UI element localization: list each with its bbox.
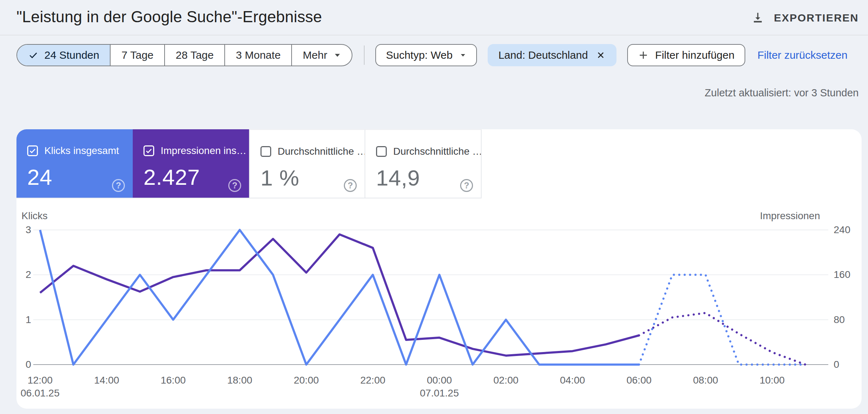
- performance-card: Klicks insgesamt 24 ? Impressionen ins… …: [16, 129, 862, 409]
- add-filter-button[interactable]: Filter hinzufügen: [627, 44, 745, 66]
- page-title: "Leistung in der Google Suche"-Ergebniss…: [16, 8, 322, 26]
- range-mehr-dropdown[interactable]: Mehr: [291, 45, 351, 66]
- filter-toolbar: 24 Stunden 7 Tage 28 Tage 3 Monate Mehr …: [16, 44, 848, 66]
- range-24-stunden[interactable]: 24 Stunden: [17, 45, 110, 66]
- check-icon: [28, 50, 39, 61]
- date-range-selector: 24 Stunden 7 Tage 28 Tage 3 Monate Mehr: [16, 44, 352, 66]
- reset-filters-link[interactable]: Filter zurücksetzen: [757, 49, 848, 61]
- country-filter-chip[interactable]: Land: Deutschland: [488, 44, 616, 66]
- export-label: EXPORTIEREN: [774, 12, 859, 24]
- chevron-down-icon: [334, 53, 341, 58]
- last-updated-text: Zuletzt aktualisiert: vor 3 Stunden: [705, 87, 859, 99]
- performance-report-page: "Leistung in der Google Suche"-Ergebniss…: [0, 0, 868, 414]
- search-type-filter-chip[interactable]: Suchtyp: Web: [375, 44, 477, 66]
- chevron-down-icon: [460, 53, 466, 57]
- range-7-tage[interactable]: 7 Tage: [110, 45, 164, 66]
- header-divider: [0, 35, 868, 35]
- performance-line-chart: [16, 129, 862, 409]
- plus-icon: [638, 50, 649, 61]
- export-button[interactable]: EXPORTIEREN: [751, 8, 859, 28]
- download-icon: [751, 11, 765, 25]
- range-3-monate[interactable]: 3 Monate: [224, 45, 291, 66]
- toolbar-divider: [364, 45, 365, 65]
- close-icon[interactable]: [596, 50, 606, 60]
- range-28-tage[interactable]: 28 Tage: [164, 45, 224, 66]
